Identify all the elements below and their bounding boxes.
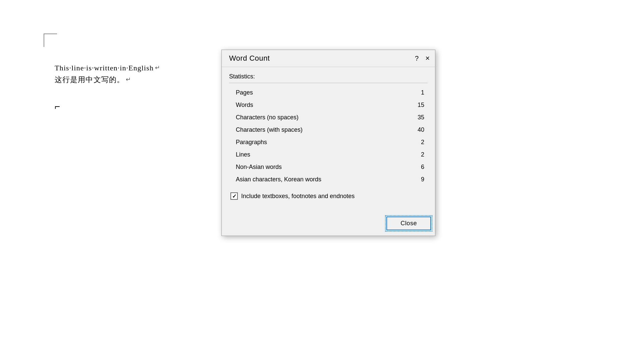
dialog-body: Statistics: Pages 1 Words 15 Characters … [222, 67, 435, 214]
close-button[interactable]: Close [386, 217, 431, 230]
pilcrow-2: ↵ [126, 75, 131, 84]
stat-label: Pages [229, 86, 398, 99]
stats-row: Non-Asian words 6 [229, 161, 428, 173]
stats-row: Pages 1 [229, 86, 428, 99]
stat-label: Paragraphs [229, 136, 398, 148]
stat-value: 1 [398, 86, 428, 99]
dialog-controls: ? × [415, 55, 430, 62]
dialog-footer: Close [222, 214, 435, 236]
stat-label: Lines [229, 148, 398, 161]
stats-row: Characters (no spaces) 35 [229, 111, 428, 124]
ruler-corner [44, 34, 57, 47]
help-button[interactable]: ? [415, 55, 419, 62]
stat-value: 6 [398, 161, 428, 173]
doc-line-2: 这行是用中文写的。 ↵ [55, 74, 160, 85]
pilcrow-1: ↵ [155, 63, 160, 73]
statistics-table: Pages 1 Words 15 Characters (no spaces) … [229, 86, 428, 186]
stat-value: 15 [398, 99, 428, 111]
doc-line-1: This·line·is·written·in·English ↵ [55, 62, 160, 74]
stat-label: Characters (no spaces) [229, 111, 398, 124]
stats-row: Asian characters, Korean words 9 [229, 173, 428, 186]
stat-label: Words [229, 99, 398, 111]
dialog-title: Word Count [229, 54, 270, 63]
stat-value: 9 [398, 173, 428, 186]
text-cursor: ⌐ [55, 101, 60, 112]
dialog-close-button[interactable]: × [425, 55, 430, 62]
stat-value: 40 [398, 124, 428, 136]
doc-line-1-text: This·line·is·written·in·English [55, 62, 154, 74]
checkbox-checkmark: ✓ [232, 193, 236, 199]
stats-row: Paragraphs 2 [229, 136, 428, 148]
include-checkbox-row: ✓ Include textboxes, footnotes and endno… [229, 192, 428, 200]
statistics-heading: Statistics: [229, 73, 428, 83]
stat-label: Non-Asian words [229, 161, 398, 173]
stat-label: Characters (with spaces) [229, 124, 398, 136]
word-count-dialog: Word Count ? × Statistics: Pages 1 Words… [221, 50, 435, 236]
stat-value: 35 [398, 111, 428, 124]
stats-row: Lines 2 [229, 148, 428, 161]
stat-label: Asian characters, Korean words [229, 173, 398, 186]
stats-row: Characters (with spaces) 40 [229, 124, 428, 136]
dialog-titlebar: Word Count ? × [222, 50, 435, 67]
stat-value: 2 [398, 136, 428, 148]
include-checkbox[interactable]: ✓ [230, 192, 238, 200]
stat-value: 2 [398, 148, 428, 161]
include-checkbox-label: Include textboxes, footnotes and endnote… [241, 193, 355, 200]
document-text: This·line·is·written·in·English ↵ 这行是用中文… [55, 62, 160, 85]
doc-line-2-text: 这行是用中文写的。 [55, 74, 124, 85]
stats-row: Words 15 [229, 99, 428, 111]
